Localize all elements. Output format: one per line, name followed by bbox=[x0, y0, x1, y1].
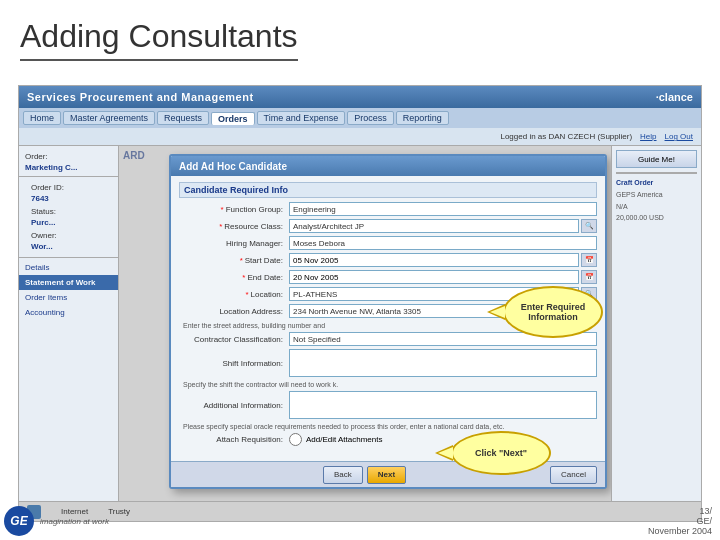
cancel-button[interactable]: Cancel bbox=[550, 466, 597, 484]
hiring-manager-row: Hiring Manager: bbox=[179, 236, 597, 250]
end-date-control: 📅 bbox=[289, 270, 597, 284]
page-title: Adding Consultants bbox=[20, 18, 298, 61]
section-title: Candidate Required Info bbox=[179, 182, 597, 198]
next-button[interactable]: Next bbox=[367, 466, 406, 484]
start-date-input[interactable] bbox=[289, 253, 579, 267]
start-date-row: *Start Date: 📅 bbox=[179, 253, 597, 267]
ge-tagline: imagination at work bbox=[40, 517, 109, 526]
order-id-value: 7643 bbox=[25, 194, 112, 205]
attach-label: Attach Requisition: bbox=[179, 435, 289, 444]
right-sidebar: Guide Me! Craft Order GEPS America N/A 2… bbox=[611, 146, 701, 519]
start-date-calendar-btn[interactable]: 📅 bbox=[581, 253, 597, 267]
worker-class-label: Contractor Classification: bbox=[179, 335, 289, 344]
order-label: Order: bbox=[19, 150, 118, 163]
main-layout: Order: Marketing C... Order ID: 7643 Sta… bbox=[19, 146, 701, 519]
callout-enter-required: Enter RequiredInformation bbox=[503, 286, 603, 338]
nav-reporting[interactable]: Reporting bbox=[396, 111, 449, 125]
resource-class-label: *Resource Class: bbox=[179, 222, 289, 231]
end-date-calendar-btn[interactable]: 📅 bbox=[581, 270, 597, 284]
right-craft-label: Craft Order bbox=[616, 178, 697, 188]
nav-orders[interactable]: Orders bbox=[211, 112, 255, 125]
end-date-label: *End Date: bbox=[179, 273, 289, 282]
hiring-manager-input[interactable] bbox=[289, 236, 597, 250]
sidebar-item-details[interactable]: Details bbox=[19, 260, 118, 275]
dialog-title: Add Ad Hoc Candidate bbox=[179, 161, 287, 172]
ge-logo-area: GE imagination at work bbox=[4, 506, 109, 536]
start-date-label: *Start Date: bbox=[179, 256, 289, 265]
required-star-3: * bbox=[240, 256, 243, 265]
nav-requests[interactable]: Requests bbox=[157, 111, 209, 125]
left-sidebar: Order: Marketing C... Order ID: 7643 Sta… bbox=[19, 146, 119, 519]
top-bar-brand: ·clance bbox=[656, 91, 693, 103]
shift-textarea[interactable] bbox=[289, 349, 597, 377]
divider-1 bbox=[19, 176, 118, 177]
footer-date: November 2004 bbox=[528, 526, 712, 536]
shift-label: Shift Information: bbox=[179, 359, 289, 368]
nav-home[interactable]: Home bbox=[23, 111, 61, 125]
ge-footer: 13/ GE/ November 2004 bbox=[520, 502, 720, 540]
end-date-row: *End Date: 📅 bbox=[179, 270, 597, 284]
resource-class-row: *Resource Class: 🔍 bbox=[179, 219, 597, 233]
shift-hint: Specify the shift the contractor will ne… bbox=[179, 380, 597, 389]
attach-control: Add/Edit Attachments bbox=[289, 433, 383, 446]
callout-arrow-2 bbox=[435, 445, 453, 461]
shift-row: Shift Information: bbox=[179, 349, 597, 377]
dialog-title-bar: Add Ad Hoc Candidate bbox=[171, 156, 605, 176]
additional-info-textarea[interactable] bbox=[289, 391, 597, 419]
nav-time-expense[interactable]: Time and Expense bbox=[257, 111, 346, 125]
attach-radio[interactable] bbox=[289, 433, 302, 446]
function-group-control: Engineering bbox=[289, 202, 597, 216]
function-group-label: *Function Group: bbox=[179, 205, 289, 214]
location-address-label: Location Address: bbox=[179, 307, 289, 316]
function-group-select[interactable]: Engineering bbox=[289, 202, 597, 216]
status-trusty: Trusty bbox=[108, 507, 130, 516]
instructions-text: Please specify special oracle requiremen… bbox=[179, 422, 597, 431]
location-label: *Location: bbox=[179, 290, 289, 299]
right-divider bbox=[616, 172, 697, 174]
sidebar-item-accounting[interactable]: Accounting bbox=[19, 305, 118, 320]
logout-link[interactable]: Log Out bbox=[665, 132, 693, 141]
required-star-5: * bbox=[245, 290, 248, 299]
craft-order-label: Craft Order bbox=[616, 179, 653, 186]
additional-info-label: Additional Information: bbox=[179, 401, 289, 410]
hiring-manager-label: Hiring Manager: bbox=[179, 239, 289, 248]
divider-2 bbox=[19, 257, 118, 258]
required-star-2: * bbox=[219, 222, 222, 231]
top-bar: Services Procurement and Management ·cla… bbox=[19, 86, 701, 108]
logged-in-label: Logged in as DAN CZECH (Supplier) bbox=[500, 132, 632, 141]
content-area: Services Procurement and Management ·cla… bbox=[18, 85, 702, 522]
nav-bar: Home Master Agreements Requests Orders T… bbox=[19, 108, 701, 128]
help-link[interactable]: Help bbox=[640, 132, 656, 141]
required-star-1: * bbox=[221, 205, 224, 214]
back-button[interactable]: Back bbox=[323, 466, 363, 484]
attach-value: Add/Edit Attachments bbox=[306, 435, 383, 444]
callout-next-text: Click "Next" bbox=[475, 448, 527, 458]
top-bar-title: Services Procurement and Management bbox=[27, 91, 254, 103]
guide-me-button[interactable]: Guide Me! bbox=[616, 150, 697, 168]
resource-class-control: 🔍 bbox=[289, 219, 597, 233]
callout-enter-text: Enter RequiredInformation bbox=[521, 302, 586, 322]
order-status-value: Purc... bbox=[25, 218, 112, 229]
function-group-row: *Function Group: Engineering bbox=[179, 202, 597, 216]
resource-class-input[interactable] bbox=[289, 219, 579, 233]
page-number: 13/ bbox=[528, 506, 712, 516]
order-status-label: Status: bbox=[25, 205, 112, 218]
required-star-4: * bbox=[242, 273, 245, 282]
status-bar: Logged in as DAN CZECH (Supplier) Help L… bbox=[19, 128, 701, 146]
footer-nav-btns: Back Next bbox=[323, 466, 406, 484]
nav-process[interactable]: Process bbox=[347, 111, 394, 125]
start-date-control: 📅 bbox=[289, 253, 597, 267]
callout-click-next: Click "Next" bbox=[451, 431, 551, 475]
right-supplier: GEPS America bbox=[616, 190, 697, 200]
title-area: Adding Consultants bbox=[0, 0, 720, 71]
order-name: Marketing C... bbox=[19, 163, 118, 174]
sidebar-item-order-items[interactable]: Order Items bbox=[19, 290, 118, 305]
sidebar-item-statement[interactable]: Statement of Work bbox=[19, 275, 118, 290]
right-amount: 20,000.00 USD bbox=[616, 213, 697, 223]
order-owner-value: Wor... bbox=[25, 242, 112, 253]
ge-logo: GE bbox=[4, 506, 34, 536]
nav-master-agreements[interactable]: Master Agreements bbox=[63, 111, 155, 125]
resource-class-search-btn[interactable]: 🔍 bbox=[581, 219, 597, 233]
center-content: ARD Add Ad Hoc Candidate Candidate Requi… bbox=[119, 146, 611, 519]
end-date-input[interactable] bbox=[289, 270, 579, 284]
